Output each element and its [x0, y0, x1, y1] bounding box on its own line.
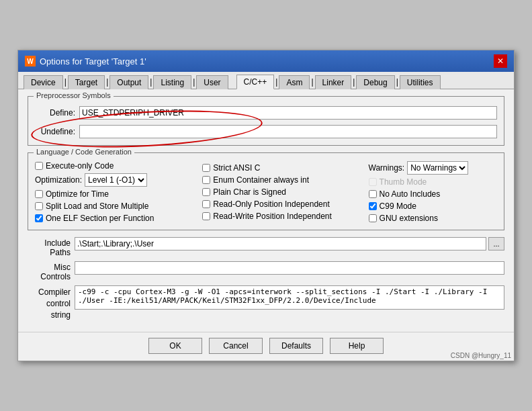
compiler-control-label: Compiler control string [28, 285, 75, 320]
tab-utilities[interactable]: Utilities [400, 75, 441, 89]
enum-container-label: Enum Container always int [213, 175, 309, 185]
misc-controls-label: Misc Controls [28, 261, 75, 281]
thumb-mode-row: Thumb Mode [369, 177, 497, 187]
tab-target[interactable]: Target [68, 75, 105, 89]
one-elf-label: One ELF Section per Function [46, 214, 154, 223]
read-write-check[interactable] [202, 212, 210, 220]
split-load-row: Split Load and Store Multiple [35, 201, 195, 211]
read-only-label: Read-Only Position Independent [213, 199, 329, 209]
gnu-ext-row: GNU extensions [369, 214, 497, 223]
tab-device[interactable]: Device [24, 75, 63, 89]
thumb-mode-check[interactable] [369, 178, 377, 186]
define-row: Define: [35, 106, 497, 120]
preprocessor-group: Preprocessor Symbols Define: Undefine: [28, 96, 504, 146]
tab-debug[interactable]: Debug [356, 75, 394, 89]
c99-mode-row: C99 Mode [369, 201, 497, 211]
include-paths-label: Include Paths [28, 237, 75, 257]
define-input[interactable] [79, 106, 497, 120]
language-group: Language / Code Generation Execute-only … [28, 152, 504, 230]
options-dialog: W Options for Target 'Target 1' ✕ Device… [17, 50, 515, 361]
thumb-mode-label: Thumb Mode [380, 177, 427, 187]
no-auto-includes-row: No Auto Includes [369, 189, 497, 199]
include-paths-browse[interactable]: ... [488, 237, 504, 250]
warnings-label: Warnings: [369, 163, 405, 173]
misc-controls-field: Misc Controls [28, 261, 504, 281]
execute-only-label: Execute-only Code [46, 161, 114, 171]
warnings-select[interactable]: No Warnings [407, 161, 468, 175]
define-label: Define: [35, 108, 75, 118]
undefine-input[interactable] [79, 125, 497, 138]
gnu-ext-label: GNU extensions [380, 214, 438, 223]
title-bar-left: W Options for Target 'Target 1' [25, 56, 146, 66]
app-icon: W [25, 56, 36, 66]
c99-mode-label: C99 Mode [380, 201, 416, 211]
tab-user[interactable]: User [196, 75, 228, 89]
language-group-label: Language / Code Generation [34, 148, 134, 156]
tab-output[interactable]: Output [109, 75, 148, 89]
no-auto-includes-check[interactable] [369, 190, 377, 198]
gnu-ext-check[interactable] [369, 214, 377, 222]
split-load-check[interactable] [35, 202, 43, 210]
preprocessor-group-label: Preprocessor Symbols [34, 91, 114, 99]
enum-container-check[interactable] [202, 176, 210, 184]
optimize-time-label: Optimize for Time [46, 189, 109, 199]
plain-char-check[interactable] [202, 188, 210, 196]
read-only-check[interactable] [202, 200, 210, 208]
execute-only-check[interactable] [35, 162, 43, 170]
tab-cpp[interactable]: C/C++ [236, 75, 275, 89]
strict-ansi-row: Strict ANSI C [202, 163, 363, 173]
tab-linker[interactable]: Linker [315, 75, 352, 89]
tab-bar: Device | Target | Output | Listing | Use… [18, 72, 514, 89]
optimize-time-check[interactable] [35, 190, 43, 198]
undefine-row: Undefine: [35, 125, 497, 138]
one-elf-row: One ELF Section per Function [35, 214, 195, 223]
plain-char-label: Plain Char is Signed [213, 187, 286, 197]
help-button[interactable]: Help [330, 338, 384, 354]
compiler-control-field: Compiler control string -c99 -c -cpu Cor… [28, 285, 504, 320]
close-button[interactable]: ✕ [494, 54, 507, 68]
read-only-row: Read-Only Position Independent [202, 199, 363, 209]
read-write-label: Read-Write Position Independent [213, 212, 332, 221]
misc-controls-input[interactable] [75, 261, 504, 275]
optimization-label: Optimization: [35, 175, 82, 185]
optimization-row: Optimization: Level 1 (-O1) [35, 173, 195, 187]
optimize-time-row: Optimize for Time [35, 189, 195, 199]
watermark: CSDN @Hungry_11 [451, 352, 511, 359]
tab-asm[interactable]: Asm [279, 75, 310, 89]
title-bar: W Options for Target 'Target 1' ✕ [18, 50, 514, 72]
compiler-control-wrap: -c99 -c -cpu Cortex-M3 -g -W -O1 -apcs=i… [75, 285, 504, 312]
strict-ansi-check[interactable] [202, 164, 210, 172]
warnings-row: Warnings: No Warnings [369, 161, 497, 175]
read-write-row: Read-Write Position Independent [202, 212, 363, 221]
defaults-button[interactable]: Defaults [269, 338, 323, 354]
compiler-control-textarea[interactable]: -c99 -c -cpu Cortex-M3 -g -W -O1 -apcs=i… [75, 285, 504, 310]
plain-char-row: Plain Char is Signed [202, 187, 363, 197]
cancel-button[interactable]: Cancel [209, 338, 263, 354]
c99-mode-check[interactable] [369, 202, 377, 210]
no-auto-includes-label: No Auto Includes [380, 189, 441, 199]
ok-button[interactable]: OK [148, 338, 202, 354]
execute-only-row: Execute-only Code [35, 161, 195, 171]
strict-ansi-label: Strict ANSI C [213, 163, 260, 173]
include-paths-input[interactable] [75, 237, 486, 250]
optimization-select[interactable]: Level 1 (-O1) [85, 173, 147, 187]
dialog-content: Preprocessor Symbols Define: Undefine: L… [18, 89, 514, 331]
include-paths-field: Include Paths ... [28, 237, 504, 257]
one-elf-check[interactable] [35, 214, 43, 222]
enum-container-row: Enum Container always int [202, 175, 363, 185]
split-load-label: Split Load and Store Multiple [46, 201, 148, 211]
tab-listing[interactable]: Listing [153, 75, 191, 89]
dialog-title: Options for Target 'Target 1' [40, 56, 146, 66]
footer-buttons: OK Cancel Defaults Help [18, 332, 514, 361]
misc-controls-wrap [75, 261, 504, 275]
include-paths-wrap: ... [75, 237, 504, 250]
undefine-label: Undefine: [35, 127, 75, 136]
